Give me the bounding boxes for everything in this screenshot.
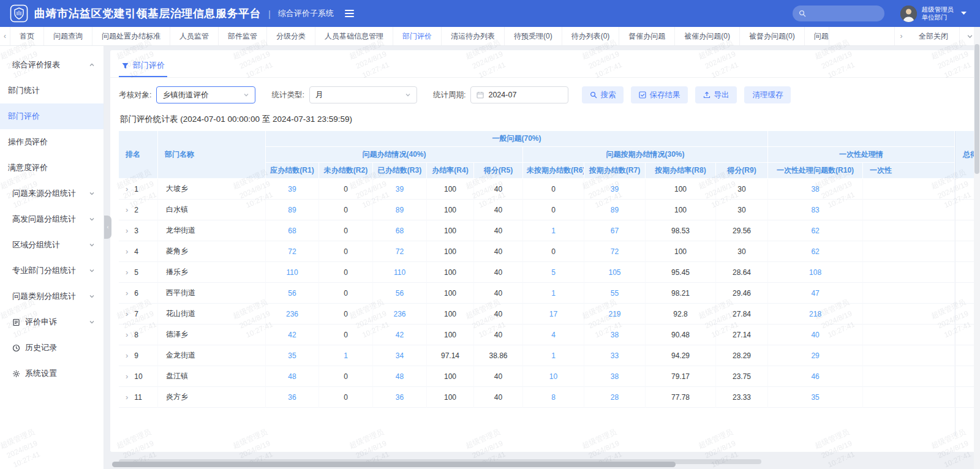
- cell-r10[interactable]: 40: [768, 325, 863, 345]
- row-expand-icon[interactable]: ›: [126, 226, 128, 235]
- workspace-tab[interactable]: 问题: [805, 27, 829, 45]
- cell-r7[interactable]: 219: [584, 304, 646, 325]
- cell-r7[interactable]: 67: [584, 220, 646, 241]
- column-header[interactable]: 得分(R9): [716, 163, 768, 179]
- workspace-tab[interactable]: 被督办问题(0): [740, 27, 805, 45]
- workspace-tab[interactable]: 问题查询: [44, 27, 92, 45]
- cell-r1[interactable]: 236: [266, 304, 319, 325]
- sidebar-item[interactable]: 系统设置: [0, 361, 104, 386]
- column-header[interactable]: 一次性: [863, 163, 955, 179]
- cell-r3[interactable]: 68: [373, 220, 427, 241]
- row-expand-icon[interactable]: ›: [126, 268, 128, 277]
- cell-r3[interactable]: 56: [373, 283, 427, 304]
- cell-r7[interactable]: 105: [584, 262, 646, 283]
- cell-r3[interactable]: 110: [373, 262, 427, 283]
- row-expand-icon[interactable]: ›: [126, 288, 128, 298]
- tabs-scroll-left-icon[interactable]: ‹: [0, 27, 10, 45]
- cell-r10[interactable]: 46: [768, 366, 863, 387]
- sidebar-item[interactable]: 区域分组统计: [0, 232, 104, 258]
- page-vertical-scrollbar-thumb[interactable]: [974, 44, 979, 174]
- user-menu[interactable]: 超级管理员 单位部门: [900, 6, 967, 22]
- assess-target-select[interactable]: 乡镇街道评价: [156, 86, 255, 103]
- cell-r1[interactable]: 48: [266, 366, 319, 387]
- cell-r2[interactable]: 1: [319, 345, 373, 366]
- column-header[interactable]: 按期办结率(R8): [646, 163, 716, 179]
- cell-r7[interactable]: 28: [584, 387, 646, 408]
- cell-r10[interactable]: 108: [768, 262, 863, 283]
- table-scroll-container[interactable]: 排名 部门名称 一般问题(70%) 总得分(R18) 问题办结情况(40%) 问…: [119, 131, 980, 436]
- cell-r7[interactable]: 55: [584, 283, 646, 304]
- row-expand-icon[interactable]: ›: [126, 184, 128, 193]
- save-results-button[interactable]: 保存结果: [631, 86, 688, 103]
- column-header[interactable]: 按期办结数(R7): [584, 163, 646, 179]
- sidebar-collapse-handle[interactable]: ‹: [104, 216, 111, 239]
- column-header[interactable]: 一次性处理问题数(R10): [768, 163, 863, 179]
- export-button[interactable]: 导出: [695, 86, 737, 103]
- workspace-tab[interactable]: 人员基础信息管理: [315, 27, 393, 45]
- sidebar-item[interactable]: 部门统计: [0, 78, 104, 103]
- workspace-tab[interactable]: 清运待办列表: [442, 27, 505, 45]
- sidebar-item[interactable]: 评价申诉: [0, 309, 104, 335]
- cell-r7[interactable]: 72: [584, 241, 646, 262]
- close-all-tabs-button[interactable]: 全部关闭: [908, 27, 959, 45]
- cell-r6[interactable]: 5: [523, 262, 584, 283]
- cell-r1[interactable]: 68: [266, 220, 319, 241]
- row-expand-icon[interactable]: ›: [126, 351, 128, 360]
- column-header[interactable]: 未按期办结数(R6): [523, 163, 584, 179]
- cell-r6[interactable]: 1: [523, 345, 584, 366]
- stat-type-select[interactable]: 月: [309, 86, 417, 103]
- row-expand-icon[interactable]: ›: [126, 372, 128, 381]
- cell-r10[interactable]: 62: [768, 241, 863, 262]
- sidebar-item[interactable]: 部门评价: [0, 103, 104, 129]
- cell-r10[interactable]: 83: [768, 200, 863, 220]
- workspace-tab[interactable]: 被催办问题(0): [675, 27, 740, 45]
- sidebar-item[interactable]: 操作员评价: [0, 129, 104, 155]
- cell-r3[interactable]: 48: [373, 366, 427, 387]
- column-header[interactable]: 未办结数(R2): [319, 163, 373, 179]
- cell-r3[interactable]: 34: [373, 345, 427, 366]
- cell-r6[interactable]: 17: [523, 304, 584, 325]
- cell-r7[interactable]: 39: [584, 179, 646, 200]
- cell-r10[interactable]: 29: [768, 345, 863, 366]
- sidebar-item[interactable]: 历史记录: [0, 335, 104, 361]
- header-search-input[interactable]: [793, 6, 884, 21]
- menu-icon[interactable]: [345, 10, 354, 17]
- workspace-tab[interactable]: 待办列表(0): [562, 27, 620, 45]
- cell-r1[interactable]: 89: [266, 200, 319, 220]
- cell-r10[interactable]: 47: [768, 283, 863, 304]
- cell-r3[interactable]: 89: [373, 200, 427, 220]
- cell-r3[interactable]: 39: [373, 179, 427, 200]
- cell-r10[interactable]: 38: [768, 179, 863, 200]
- row-expand-icon[interactable]: ›: [126, 392, 128, 402]
- cell-r10[interactable]: 218: [768, 304, 863, 325]
- cell-r6[interactable]: 10: [523, 366, 584, 387]
- cell-r3[interactable]: 72: [373, 241, 427, 262]
- clear-cache-button[interactable]: 清理缓存: [744, 86, 791, 103]
- workspace-tab[interactable]: 待预受理(0): [505, 27, 562, 45]
- cell-r3[interactable]: 42: [373, 325, 427, 345]
- cell-r7[interactable]: 38: [584, 366, 646, 387]
- stat-period-datepicker[interactable]: 2024-07: [470, 86, 568, 103]
- cell-r1[interactable]: 36: [266, 387, 319, 408]
- column-header[interactable]: 应办结数(R1): [266, 163, 319, 179]
- cell-r6[interactable]: 1: [523, 283, 584, 304]
- page-vertical-scrollbar[interactable]: [974, 27, 980, 469]
- tabs-scroll-right-icon[interactable]: ›: [894, 27, 908, 45]
- workspace-tab[interactable]: 督催办问题: [619, 27, 675, 45]
- cell-r10[interactable]: 62: [768, 220, 863, 241]
- column-header[interactable]: 已办结数(R3): [373, 163, 427, 179]
- workspace-tab[interactable]: 分级分类: [267, 27, 315, 45]
- tab-department-evaluation[interactable]: 部门评价: [119, 56, 167, 77]
- row-expand-icon[interactable]: ›: [126, 205, 128, 214]
- workspace-tab[interactable]: 部门评价: [393, 27, 442, 45]
- workspace-tab[interactable]: 首页: [10, 27, 44, 45]
- sidebar-item[interactable]: 综合评价报表: [0, 52, 104, 78]
- row-expand-icon[interactable]: ›: [126, 330, 128, 339]
- sidebar-item[interactable]: 高发问题分组统计: [0, 206, 104, 232]
- cell-r1[interactable]: 56: [266, 283, 319, 304]
- cell-r6[interactable]: 4: [523, 325, 584, 345]
- cell-r1[interactable]: 35: [266, 345, 319, 366]
- row-expand-icon[interactable]: ›: [126, 247, 128, 256]
- cell-r6[interactable]: 8: [523, 387, 584, 408]
- cell-r3[interactable]: 236: [373, 304, 427, 325]
